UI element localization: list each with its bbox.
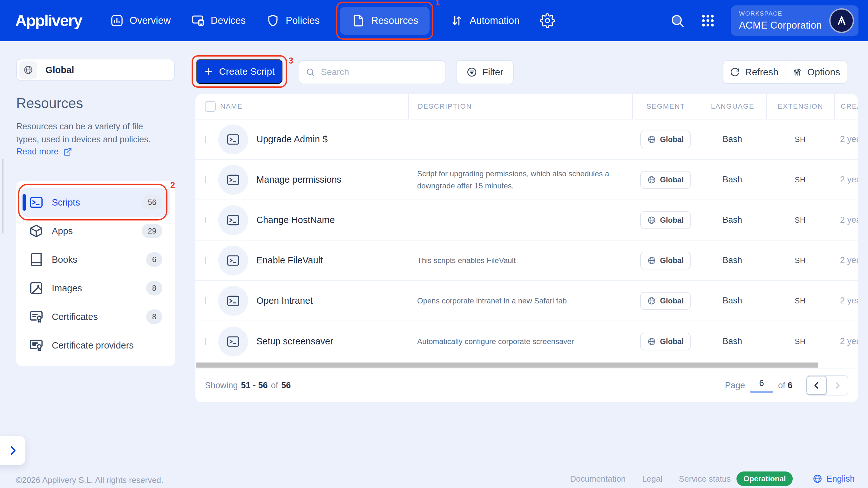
previous-page-button[interactable]	[806, 376, 827, 395]
script-name[interactable]: Upgrade Admin $	[256, 134, 328, 145]
script-extension: SH	[766, 175, 834, 184]
status-badge: Operational	[737, 471, 793, 486]
sidebar-item-books[interactable]: Books 6	[21, 245, 170, 274]
script-language: Bash	[699, 175, 766, 185]
read-more-link[interactable]: Read more	[16, 147, 72, 157]
navbar-right-cluster: WORKSPACE ACME Corporation	[670, 5, 859, 36]
language-label: English	[826, 474, 855, 484]
apps-grid-icon[interactable]	[700, 13, 715, 28]
globe-icon	[20, 61, 37, 79]
sidebar-item-certificate-providers[interactable]: Certificate providers	[21, 331, 170, 360]
footer-link-service-status[interactable]: Service status	[679, 474, 731, 484]
sidebar-expand-button[interactable]	[0, 436, 25, 465]
automation-icon	[450, 14, 464, 28]
count-badge: 8	[146, 309, 162, 324]
workspace-label: WORKSPACE	[739, 10, 829, 17]
chevron-right-icon	[833, 380, 842, 390]
nav-item-policies[interactable]: Policies	[266, 14, 320, 28]
left-edge-scrollbar[interactable]	[2, 159, 3, 234]
language-switcher[interactable]: English	[812, 474, 855, 484]
row-checkbox[interactable]	[205, 297, 206, 304]
search-icon[interactable]	[670, 13, 685, 28]
script-extension: SH	[766, 337, 834, 346]
table-row[interactable]: Enable FileVault This scripts enables Fi…	[195, 241, 858, 281]
column-header-description: DESCRIPTION	[408, 94, 632, 119]
footer-link-documentation[interactable]: Documentation	[570, 474, 626, 484]
refresh-button[interactable]: Refresh	[723, 61, 785, 83]
count-badge: 6	[146, 252, 162, 267]
globe-icon	[647, 175, 656, 184]
row-checkbox[interactable]	[205, 217, 206, 223]
workspace-name: ACME Corporation	[739, 20, 829, 31]
count-badge: 29	[142, 224, 162, 238]
sidebar-item-label: Images	[52, 283, 82, 294]
row-checkbox[interactable]	[205, 176, 206, 183]
sidebar-item-apps[interactable]: Apps 29	[21, 217, 170, 245]
nav-label: Devices	[211, 15, 246, 26]
nav-item-resources[interactable]: Resources 1	[340, 7, 430, 35]
table-row[interactable]: Open Intranet Opens corporate intranet i…	[195, 281, 858, 321]
sidebar-item-scripts[interactable]: Scripts 56 2	[21, 188, 170, 217]
segment-badge: Global	[640, 130, 691, 148]
row-checkbox[interactable]	[205, 136, 206, 143]
nav-item-overview[interactable]: Overview	[110, 14, 170, 28]
script-description: This scripts enables FileVault	[408, 254, 632, 266]
horizontal-scrollbar-thumb[interactable]	[196, 363, 818, 368]
annotation-label-1: 1	[435, 0, 440, 8]
segment-badge: Global	[640, 252, 691, 269]
sidebar-item-label: Books	[52, 254, 78, 265]
script-name[interactable]: Enable FileVault	[256, 255, 323, 266]
scope-selector[interactable]: Global	[16, 59, 175, 81]
chevron-right-icon	[7, 445, 19, 456]
nav-label: Policies	[286, 15, 320, 26]
script-language: Bash	[699, 296, 766, 306]
copyright-text: ©2026 Applivery S.L. All rights reserved…	[16, 475, 163, 485]
book-icon	[29, 252, 43, 267]
row-checkbox[interactable]	[205, 257, 206, 264]
sidebar-item-label: Certificate providers	[52, 340, 134, 351]
settings-gear-icon[interactable]	[540, 13, 555, 28]
nav-label: Resources	[371, 15, 418, 26]
script-description: Opens corporate intranet in a new Safari…	[408, 295, 632, 307]
read-more-label: Read more	[16, 147, 59, 157]
showing-summary: Showing 51 - 56 of 56	[205, 380, 291, 391]
next-page-button[interactable]	[827, 376, 848, 395]
count-badge: 56	[142, 195, 162, 210]
workspace-selector[interactable]: WORKSPACE ACME Corporation	[731, 5, 859, 36]
footer-links: Documentation Legal Service status Opera…	[570, 471, 855, 486]
table-row[interactable]: Manage permissions Script for upgrading …	[195, 160, 858, 200]
script-name[interactable]: Manage permissions	[256, 175, 342, 185]
service-status-group: Service status Operational	[679, 471, 793, 486]
globe-icon	[647, 135, 656, 144]
segment-badge: Global	[640, 333, 691, 350]
script-created: 2 years	[834, 134, 858, 144]
search-field	[299, 60, 445, 84]
sidebar-item-certificates[interactable]: Certificates 8	[21, 302, 170, 331]
sidebar-item-images[interactable]: Images 8	[21, 274, 170, 302]
search-input[interactable]	[321, 67, 438, 77]
table-row[interactable]: Change HostName Global Bash SH 2 years	[195, 200, 858, 241]
nav-item-devices[interactable]: Devices	[191, 14, 246, 28]
page-number-input[interactable]: 6	[750, 378, 773, 393]
table-row[interactable]: Upgrade Admin $ Global Bash SH 2 years	[195, 119, 858, 160]
script-language: Bash	[699, 255, 766, 265]
scripts-table: NAME DESCRIPTION SEGMENT LANGUAGE EXTENS…	[195, 94, 858, 402]
active-indicator	[23, 194, 26, 211]
script-language: Bash	[699, 134, 766, 144]
applivery-logo[interactable]: Applivery	[15, 11, 82, 30]
row-checkbox[interactable]	[205, 338, 206, 345]
script-name[interactable]: Setup screensaver	[256, 336, 333, 346]
select-all-checkbox[interactable]	[205, 101, 216, 112]
footer-link-legal[interactable]: Legal	[642, 474, 662, 484]
sidebar-item-label: Certificates	[52, 312, 98, 322]
script-name[interactable]: Open Intranet	[256, 296, 313, 306]
options-button[interactable]: Options	[785, 61, 847, 83]
script-description: Automatically configure corporate screen…	[408, 336, 632, 347]
table-row[interactable]: Setup screensaver Automatically configur…	[195, 321, 858, 362]
shield-icon	[266, 14, 280, 28]
script-name[interactable]: Change HostName	[256, 215, 335, 225]
nav-label: Automation	[470, 15, 520, 26]
nav-item-automation[interactable]: Automation	[450, 14, 520, 28]
create-script-button[interactable]: Create Script	[196, 59, 282, 84]
filter-button[interactable]: Filter	[456, 60, 514, 84]
